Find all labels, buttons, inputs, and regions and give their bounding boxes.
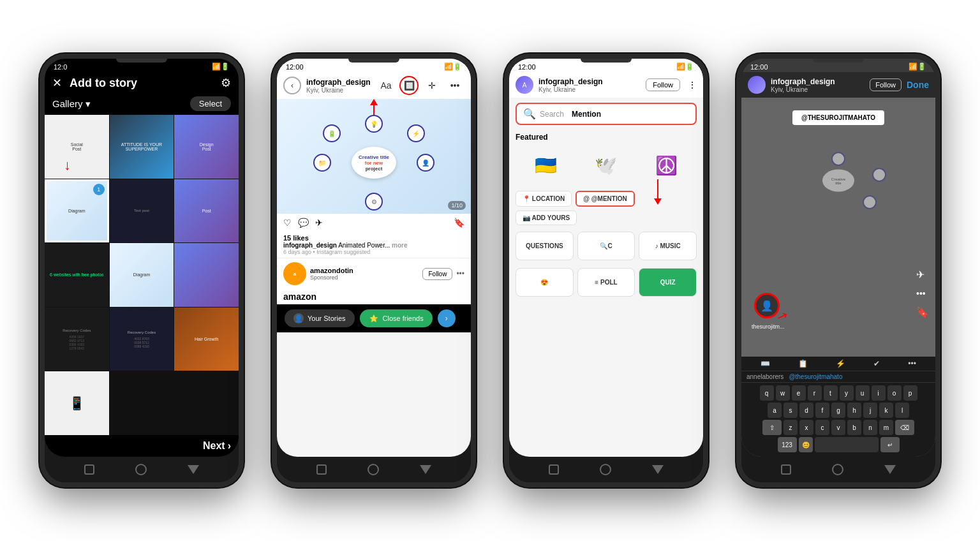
grid-cell-websites[interactable]: 6 websites with free photos <box>45 243 109 307</box>
suggestion-2[interactable]: @thesurojitmahato <box>789 373 842 380</box>
key-g[interactable]: g <box>831 403 845 418</box>
key-emoji[interactable]: 😊 <box>799 437 813 452</box>
more-tools-icon[interactable]: ••• <box>908 359 916 368</box>
home-nav-icon-4[interactable] <box>781 464 791 475</box>
done-button[interactable]: Done <box>907 80 929 90</box>
keyboard-icon[interactable]: ⌨️ <box>761 359 770 368</box>
key-n[interactable]: n <box>863 420 877 435</box>
grid-cell-social[interactable]: SocialPost ↓ <box>45 115 109 179</box>
more-icon-3[interactable]: ⋮ <box>688 80 697 90</box>
move-tool-button[interactable]: ✛ <box>422 76 442 95</box>
tagged-user-avatar[interactable]: 👤 <box>754 293 780 318</box>
send-button[interactable]: › <box>438 309 456 327</box>
key-d[interactable]: d <box>799 403 813 418</box>
key-k[interactable]: k <box>879 403 893 418</box>
grid-cell-colorful2[interactable]: Post <box>174 179 239 243</box>
comment-icon[interactable]: 💬 <box>298 218 309 228</box>
checkmark-icon[interactable]: ✔ <box>873 359 880 368</box>
emoji-poll-sticker[interactable]: 😍 <box>516 268 574 297</box>
key-v[interactable]: v <box>831 420 845 435</box>
grid-cell-flowers[interactable]: Hair Growth <box>174 308 239 371</box>
peace-sticker[interactable]: ☮️ <box>649 148 684 183</box>
key-b[interactable]: b <box>847 420 861 435</box>
grid-cell-attitude[interactable]: ATTITUDE IS YOUR SUPERPOWER <box>110 115 174 179</box>
close-friends-button[interactable]: ⭐ Close friends <box>360 309 433 327</box>
bookmark-story-icon[interactable]: 🔖 <box>916 306 929 318</box>
key-r[interactable]: r <box>808 385 822 401</box>
more-story-icon[interactable]: ••• <box>916 288 929 299</box>
search-sticker[interactable]: 🔍C <box>577 232 635 260</box>
back-nav-icon-2[interactable] <box>368 464 379 475</box>
grid-cell-recovery2[interactable]: Recovery Codes 4032 87630038 57120089 41… <box>110 308 174 371</box>
gallery-label[interactable]: Gallery ▾ <box>52 98 91 110</box>
key-backspace[interactable]: ⌫ <box>895 420 914 435</box>
key-u[interactable]: u <box>856 385 870 401</box>
back-nav-icon-3[interactable] <box>600 464 611 475</box>
next-button[interactable]: Next › <box>203 440 231 452</box>
key-e[interactable]: e <box>792 385 806 401</box>
sticker-tool-button[interactable]: 🔲 <box>399 76 419 95</box>
select-button[interactable]: Select <box>190 96 231 111</box>
grid-cell-phone[interactable]: 📱 <box>45 371 109 435</box>
home-nav-icon-2[interactable] <box>316 464 327 475</box>
location-tag-button[interactable]: 📍 LOCATION <box>516 191 572 207</box>
key-a[interactable]: a <box>768 403 782 418</box>
quiz-sticker[interactable]: QUIZ <box>639 268 697 297</box>
recent-nav-icon-3[interactable] <box>652 465 664 474</box>
grid-cell-diagram[interactable]: Diagram 1 <box>45 179 109 243</box>
follow-button[interactable]: Follow <box>422 268 452 280</box>
send-story-icon[interactable]: ✈ <box>916 269 929 281</box>
search-mention-bar[interactable]: 🔍 Search Mention <box>516 103 697 125</box>
ukraine-heart-sticker[interactable]: 🇺🇦 <box>528 148 563 183</box>
more-options-button[interactable]: ••• <box>445 76 464 95</box>
grid-cell-dark[interactable]: Text post <box>110 179 174 243</box>
grid-cell-empty1[interactable] <box>110 371 174 435</box>
recent-nav-icon-2[interactable] <box>420 465 431 474</box>
recent-nav-icon-4[interactable] <box>884 465 896 474</box>
key-h[interactable]: h <box>847 403 861 418</box>
questions-sticker[interactable]: QUESTIONS <box>516 232 574 260</box>
mention-tag-button[interactable]: @ @MENTION <box>575 191 634 207</box>
key-t[interactable]: t <box>824 385 838 401</box>
follow-button-4[interactable]: Follow <box>870 78 902 91</box>
poll-sticker[interactable]: ≡ POLL <box>577 268 635 297</box>
lightning-icon[interactable]: ⚡ <box>836 359 845 368</box>
key-space[interactable] <box>815 437 879 452</box>
grid-cell-empty2[interactable] <box>174 371 239 435</box>
back-button[interactable]: ‹ <box>283 77 301 94</box>
back-nav-icon-4[interactable] <box>832 464 843 475</box>
back-nav-icon[interactable] <box>135 464 147 475</box>
home-nav-icon-3[interactable] <box>549 464 559 475</box>
more-icon[interactable]: ••• <box>456 269 464 278</box>
follow-button-3[interactable]: Follow <box>646 78 680 91</box>
grid-cell-colorful[interactable]: DesignPost <box>174 115 239 179</box>
text-tool-button[interactable]: Aa <box>376 76 396 95</box>
key-w[interactable]: w <box>776 385 790 401</box>
key-j[interactable]: j <box>863 403 877 418</box>
mention-tag-display[interactable]: @THESUROJITMAHATO <box>792 110 884 125</box>
suggestion-1[interactable]: annelaborers <box>746 373 783 380</box>
key-o[interactable]: o <box>887 385 902 401</box>
home-nav-icon[interactable] <box>84 464 94 475</box>
key-x[interactable]: x <box>799 420 813 435</box>
key-123[interactable]: 123 <box>778 437 797 452</box>
key-l[interactable]: l <box>895 403 909 418</box>
key-i[interactable]: i <box>872 385 886 401</box>
grid-cell-recovery1[interactable]: Recovery Codes 4358 19370682 97130386 41… <box>45 308 109 371</box>
key-f[interactable]: f <box>815 403 829 418</box>
key-y[interactable]: y <box>840 385 854 401</box>
key-s[interactable]: s <box>783 403 798 418</box>
add-yours-tag-button[interactable]: 📷 ADD YOURS <box>516 211 577 225</box>
key-z[interactable]: z <box>783 420 798 435</box>
grid-cell-misc[interactable] <box>174 243 239 307</box>
bookmark-icon[interactable]: 🔖 <box>454 218 464 228</box>
key-c[interactable]: c <box>815 420 829 435</box>
key-m[interactable]: m <box>879 420 893 435</box>
recent-nav-icon[interactable] <box>188 465 199 474</box>
grid-cell-blue2[interactable]: Diagram <box>110 243 174 307</box>
key-return[interactable]: ↵ <box>880 437 900 452</box>
your-stories-button[interactable]: 👤 Your Stories <box>285 309 355 327</box>
dove-sticker[interactable]: 🕊️ <box>588 148 623 183</box>
close-icon[interactable]: ✕ <box>52 76 62 90</box>
like-icon[interactable]: ♡ <box>283 218 292 228</box>
